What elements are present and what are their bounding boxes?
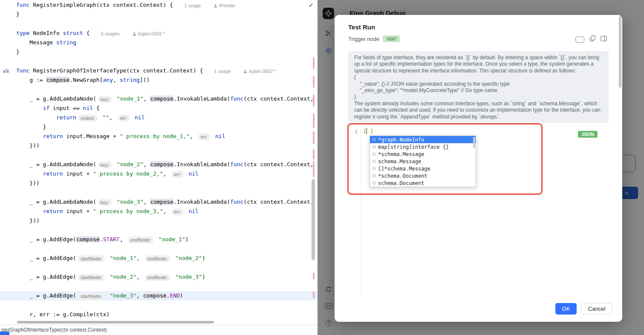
screen: func RegisterSimpleGraph(ctx context.Con…	[0, 0, 644, 335]
language-badge: JSON	[578, 131, 598, 138]
code-line[interactable]: return input + " process by node_3,", er…	[0, 207, 318, 216]
code-editor-panel: func RegisterSimpleGraph(ctx context.Con…	[0, 0, 318, 335]
breadcrumb: sterGraphOfInterfaceType(ctx context.Con…	[1, 327, 107, 333]
json-code-line[interactable]: { }	[363, 128, 373, 134]
info-code-block: { "_value": {} // JSON value generated a…	[354, 74, 603, 101]
gutter-run-graph-icon[interactable]	[3, 67, 9, 75]
type-kind-icon	[373, 174, 375, 177]
code-line[interactable]: g := compose.NewGraph[any, string]()	[0, 75, 318, 85]
code-line[interactable]: }))	[0, 216, 318, 225]
code-line[interactable]: }	[0, 122, 318, 132]
author-icon	[214, 4, 217, 8]
modal-scrollbar[interactable]	[619, 16, 621, 88]
autocomplete-list: *graph.NodeInfomap[string]interface {}*s…	[370, 136, 476, 187]
autocomplete-item[interactable]: schema.Document	[370, 179, 476, 187]
code-line[interactable]: _ = g.AddLambdaNode(key: "node_2", compo…	[0, 160, 318, 169]
copy-icon[interactable]	[589, 35, 595, 43]
editor-horizontal-scrollbar[interactable]	[17, 321, 214, 323]
trigger-node-badge: start	[383, 35, 399, 42]
gutter-separator	[361, 127, 361, 293]
info-code-line: "_eino_go_type": "*model.MyConcreteType"…	[354, 87, 603, 94]
code-line[interactable]: Message string	[0, 38, 318, 47]
trigger-node-row: Trigger node start	[348, 35, 400, 42]
corner-accent	[0, 332, 9, 335]
type-kind-icon	[373, 153, 375, 156]
code-line[interactable]	[0, 282, 318, 291]
type-kind-icon	[373, 145, 375, 148]
code-line[interactable]: if input == nil {	[0, 104, 318, 113]
type-kind-icon	[373, 138, 375, 141]
info-code-line: "_value": {} // JSON value generated acc…	[354, 81, 603, 87]
info-paragraph: The system already includes some common …	[354, 101, 603, 120]
code-line[interactable]: _ = g.AddEdge(startNode: "node_2", endNo…	[0, 272, 318, 282]
status-bar: sterGraphOfInterfaceType(ctx context.Con…	[0, 325, 318, 335]
interface-info-box: For fields of type interface, they are r…	[348, 51, 609, 123]
code-line[interactable]	[0, 19, 318, 29]
autocomplete-scrollbar[interactable]	[473, 137, 475, 148]
code-line[interactable]: return input.Message + " process by node…	[0, 132, 318, 141]
braces-ellipsis-icon[interactable]: ···	[575, 37, 584, 43]
info-paragraph: For fields of type interface, they are r…	[354, 55, 603, 74]
code-line[interactable]	[0, 150, 318, 160]
author-icon	[243, 69, 247, 73]
code-line[interactable]: r, err := g.Compile(ctx)	[0, 310, 318, 319]
code-line[interactable]: }))	[0, 179, 318, 188]
code-line[interactable]	[0, 85, 318, 94]
code-line[interactable]: _ = g.AddEdge(startNode: "node_3", compo…	[0, 291, 318, 300]
trigger-node-label: Trigger node	[348, 36, 379, 42]
autocomplete-item[interactable]: map[string]interface {}	[370, 143, 476, 150]
type-kind-icon	[373, 167, 375, 170]
code-lines: func RegisterSimpleGraph(ctx context.Con…	[0, 0, 318, 319]
code-line[interactable]	[0, 263, 318, 272]
layout-panel-icon[interactable]	[601, 35, 607, 43]
code-line[interactable]: type NodeInfo struct {3 usagesliujian.05…	[0, 29, 318, 38]
vcs-marker-strip	[313, 0, 315, 324]
line-number: 1	[349, 129, 358, 135]
code-line[interactable]: _ = g.AddEdge(startNode: "node_1", endNo…	[0, 254, 318, 263]
autocomplete-item[interactable]: schema.Message	[370, 158, 476, 165]
autocomplete-item[interactable]: *schema.Document	[370, 172, 476, 179]
code-line[interactable]: _ = g.AddLambdaNode(key: "node_1", compo…	[0, 94, 318, 104]
code-line[interactable]	[0, 188, 318, 197]
json-input-editor[interactable]: 1 { } JSON *graph.NodeInfomap[string]int…	[348, 124, 609, 296]
code-line[interactable]: }	[0, 10, 318, 19]
autocomplete-popup: *graph.NodeInfomap[string]interface {}*s…	[370, 136, 476, 187]
author-icon	[133, 32, 136, 36]
code-line[interactable]: }))	[0, 141, 318, 150]
code-line[interactable]	[0, 57, 318, 66]
eino-graph-debug-panel: Eino Graph Debug	[318, 0, 644, 335]
type-kind-icon	[373, 160, 375, 163]
code-line[interactable]: func RegisterSimpleGraph(ctx context.Con…	[0, 0, 318, 10]
editor-toolbar: ···	[575, 35, 607, 43]
code-line[interactable]: func RegisterGraphOfInterfaceType(ctx co…	[0, 66, 318, 75]
code-line[interactable]: return input + " process by node_2,", er…	[0, 169, 318, 179]
code-line[interactable]: _ = g.AddLambdaNode(key: "node_3", compo…	[0, 197, 318, 207]
code-line[interactable]: returnoutput: "", err: nil	[0, 113, 318, 122]
info-code-line: }	[354, 94, 603, 100]
autocomplete-item[interactable]: *schema.Message	[370, 150, 476, 158]
modal-title: Test Run	[348, 23, 375, 31]
code-line[interactable]	[0, 225, 318, 235]
autocomplete-item[interactable]: *graph.NodeInfo	[370, 136, 476, 143]
test-run-modal: Test Run Trigger node start ···	[335, 15, 622, 322]
editor-vertical-scrollbar[interactable]	[312, 179, 315, 260]
type-kind-icon	[373, 182, 375, 185]
code-line[interactable]	[0, 300, 318, 310]
code-line[interactable]: }	[0, 47, 318, 57]
code-line[interactable]: _ = g.AddEdge(compose.START, endNode: "n…	[0, 235, 318, 244]
code-line[interactable]	[0, 244, 318, 254]
autocomplete-item[interactable]: []*schema.Message	[370, 165, 476, 172]
cancel-button[interactable]: Cancel	[581, 303, 612, 315]
ok-button[interactable]: OK	[555, 303, 577, 315]
info-code-line: {	[354, 74, 603, 81]
